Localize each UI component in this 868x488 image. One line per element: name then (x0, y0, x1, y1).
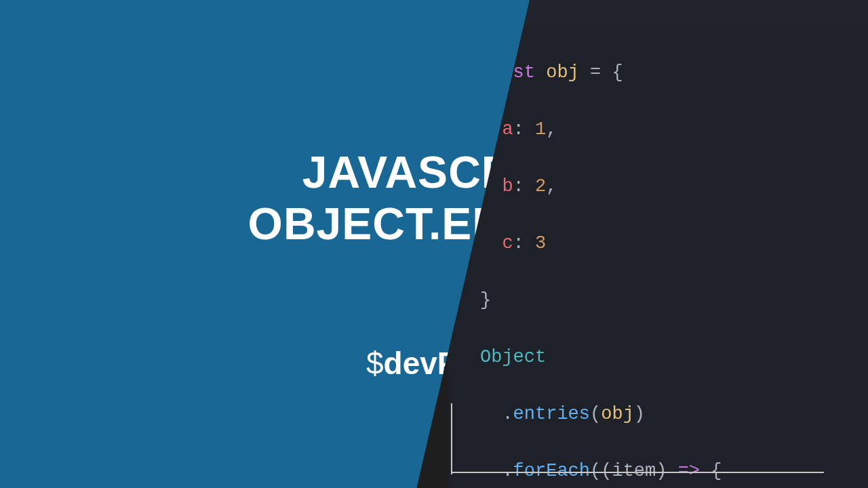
code-line: const obj = { (480, 58, 799, 87)
code-line: .entries(obj) (480, 400, 799, 428)
code-content[interactable]: const obj = { a: 1, b: 2, c: 3 } Object … (480, 30, 799, 488)
code-line: Object (480, 343, 799, 371)
code-line: } (480, 286, 799, 314)
code-area: 1 2 3 4 5 6 7 8 9 const obj = { a: 1, b:… (448, 24, 868, 488)
code-line: a: 1, (480, 115, 799, 144)
frame-line (451, 403, 452, 474)
logo-prefix: $ (366, 346, 384, 381)
code-line: .forEach((item) => { (480, 457, 799, 485)
frame-line (451, 472, 824, 473)
code-line: c: 3 (480, 229, 799, 258)
code-line: b: 2, (480, 172, 799, 201)
